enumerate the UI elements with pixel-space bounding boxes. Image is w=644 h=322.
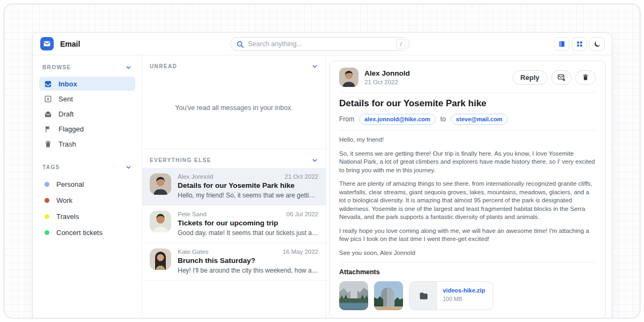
from-label: From — [339, 115, 354, 123]
notebook-icon — [558, 40, 566, 48]
detail-sender-name: Alex Jonnold — [364, 69, 410, 77]
avatar — [339, 68, 358, 87]
body-paragraph: There are plenty of amazing things to se… — [339, 180, 596, 222]
app-header: Email / — [33, 33, 612, 55]
inbox-icon — [44, 80, 52, 88]
email-item-content: Pete Sand 06 Jul 2022 Tickets for our up… — [178, 211, 318, 237]
attachment-photo-valley[interactable] — [339, 281, 368, 310]
everything-else-section: EVERYTHING ELSE Alex Jonnold 21 Oct 2022 — [142, 149, 326, 281]
sidebar-item-label: Inbox — [58, 80, 77, 88]
tag-color-dot — [45, 182, 49, 187]
email-date: 16 May 2022 — [283, 248, 319, 255]
body-paragraph: Hello, my friend! — [339, 136, 596, 144]
email-list-item-pete[interactable]: Pete Sand 06 Jul 2022 Tickets for our up… — [142, 206, 326, 243]
chevron-down-icon[interactable] — [311, 157, 318, 164]
tag-label: Personal — [56, 180, 84, 188]
tags-section-header: TAGS — [39, 163, 135, 172]
email-snippet: Hey! I'll be around the city this weeken… — [178, 267, 318, 274]
browse-section-header: BROWSE — [39, 63, 135, 72]
attachments-row: videos-hike.zip 100 MB — [339, 281, 596, 310]
tag-label: Travels — [56, 213, 79, 221]
divider — [339, 92, 596, 93]
sidebar-item-trash[interactable]: Trash — [39, 137, 135, 151]
tags-label: TAGS — [42, 164, 60, 170]
sidebar-item-label: Draft — [58, 110, 74, 118]
email-snippet: Good day, mate! It seems that our ticket… — [178, 229, 318, 237]
divider — [339, 130, 596, 130]
page-background: Email / — [3, 3, 641, 319]
search-bar[interactable]: / — [230, 37, 409, 51]
app-title: Email — [60, 40, 80, 48]
app-body: BROWSE Inbox Sent — [33, 55, 612, 319]
tag-item-travels[interactable]: Travels — [39, 209, 135, 224]
email-sender: Kate Gates — [178, 248, 209, 255]
from-to-row: From alex.jonnold@hike.com to steve@mail… — [339, 114, 596, 125]
from-address-chip[interactable]: alex.jonnold@hike.com — [359, 114, 436, 125]
envelope-icon — [43, 40, 51, 48]
tag-item-concert-tickets[interactable]: Concert tickets — [39, 225, 135, 240]
browse-label: BROWSE — [42, 64, 71, 70]
email-list-item-alex[interactable]: Alex Jonnold 21 Oct 2022 Details for our… — [142, 168, 326, 206]
trash-icon — [44, 140, 52, 148]
delete-button[interactable] — [575, 70, 596, 85]
trash-icon — [582, 74, 589, 81]
email-detail-area: Alex Jonnold 21 Oct 2022 Reply — [326, 55, 612, 319]
zip-file-size: 100 MB — [443, 296, 485, 302]
browse-nav: Inbox Sent Draft — [39, 77, 135, 151]
detail-sender-block: Alex Jonnold 21 Oct 2022 — [364, 69, 410, 85]
unread-section: UNREAD You've read all messages in your … — [142, 55, 326, 149]
email-sender: Alex Jonnold — [178, 173, 213, 180]
email-sender: Pete Sand — [178, 211, 207, 217]
detail-subject: Details for our Yosemite Park hike — [339, 98, 596, 109]
forward-mail-button[interactable] — [551, 70, 572, 85]
zip-file-name: videos-hike.zip — [443, 287, 485, 294]
chevron-down-icon[interactable] — [125, 64, 132, 71]
folder-icon — [419, 291, 429, 301]
forward-mail-icon — [557, 73, 566, 82]
zip-meta: videos-hike.zip 100 MB — [437, 282, 493, 310]
attachments-label: Attachments — [339, 268, 596, 276]
tag-item-work[interactable]: Work — [39, 193, 135, 208]
unread-empty-message: You've read all messages in your inbox. — [142, 74, 326, 149]
flag-icon — [44, 125, 52, 133]
search-input[interactable] — [248, 40, 392, 48]
to-address-chip[interactable]: steve@mail.com — [451, 114, 508, 125]
header-actions — [554, 37, 605, 51]
sidebar-item-label: Sent — [58, 95, 73, 103]
email-item-content: Kate Gates 16 May 2022 Brunch this Satur… — [178, 248, 318, 274]
dark-mode-button[interactable] — [589, 37, 605, 51]
apps-grid-button[interactable] — [572, 37, 587, 51]
sidebar-item-flagged[interactable]: Flagged — [39, 122, 135, 136]
email-date: 21 Oct 2022 — [284, 173, 318, 180]
body-paragraph: So, it seems we are getting there! Our t… — [339, 150, 596, 175]
reply-button[interactable]: Reply — [513, 70, 547, 85]
body-paragraph: See you soon, Alex Jonnold — [339, 249, 596, 258]
detail-actions: Reply — [513, 70, 596, 85]
chevron-down-icon[interactable] — [311, 63, 318, 70]
everything-else-label: EVERYTHING ELSE — [150, 157, 211, 163]
sidebar-item-label: Flagged — [58, 125, 84, 133]
attachment-photo-half-dome[interactable] — [374, 281, 403, 310]
zip-icon-box — [409, 282, 437, 310]
detail-date: 21 Oct 2022 — [364, 79, 410, 85]
search-icon — [236, 40, 244, 48]
notebook-button[interactable] — [554, 37, 569, 51]
to-label: to — [441, 115, 446, 123]
tags-list: Personal Work Travels Concert ticke — [39, 177, 135, 240]
unread-label: UNREAD — [150, 63, 177, 69]
sidebar-item-sent[interactable]: Sent — [39, 92, 135, 106]
chevron-down-icon[interactable] — [125, 164, 132, 171]
tags-section: TAGS Personal Work — [39, 163, 135, 240]
email-subject: Brunch this Saturday? — [178, 257, 318, 265]
outbox-icon — [44, 95, 52, 103]
tag-item-personal[interactable]: Personal — [39, 177, 135, 192]
email-list-item-kate[interactable]: Kate Gates 16 May 2022 Brunch this Satur… — [142, 243, 326, 281]
attachment-zip-card[interactable]: videos-hike.zip 100 MB — [409, 281, 493, 310]
dark-mode-moon-icon — [594, 40, 601, 48]
tag-color-dot — [45, 230, 49, 235]
tag-color-dot — [45, 214, 49, 219]
sidebar-item-inbox[interactable]: Inbox — [39, 77, 135, 91]
sidebar-item-draft[interactable]: Draft — [39, 107, 135, 121]
sidebar: BROWSE Inbox Sent — [33, 55, 142, 319]
tag-label: Work — [56, 196, 72, 204]
